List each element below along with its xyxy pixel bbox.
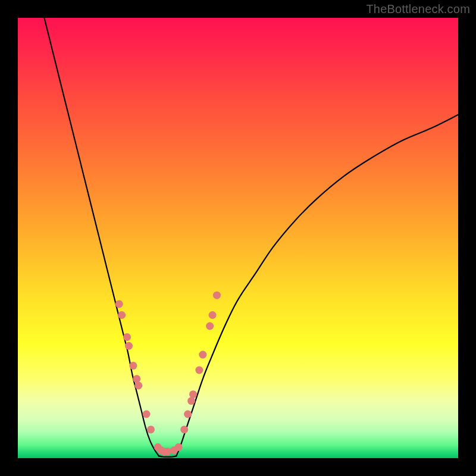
marker-dot bbox=[187, 397, 195, 405]
marker-dot bbox=[184, 411, 192, 418]
chart-frame: TheBottleneck.com bbox=[0, 0, 476, 476]
chart-svg bbox=[18, 18, 458, 458]
marker-dot bbox=[213, 292, 221, 299]
marker-dot bbox=[134, 381, 142, 389]
marker-dot bbox=[147, 425, 155, 433]
left-curve bbox=[44, 18, 158, 456]
marker-dot bbox=[195, 367, 203, 374]
marker-dot bbox=[118, 311, 126, 319]
marker-dot bbox=[206, 322, 214, 330]
marker-dot bbox=[115, 300, 123, 308]
right-curve bbox=[176, 115, 458, 456]
marker-dot bbox=[129, 362, 137, 369]
marker-dot bbox=[143, 411, 151, 418]
marker-dot bbox=[133, 375, 140, 383]
plot-area bbox=[18, 18, 458, 458]
marker-dot bbox=[189, 390, 197, 398]
floor-curve bbox=[159, 456, 177, 457]
marker-dot bbox=[123, 333, 131, 341]
watermark-text: TheBottleneck.com bbox=[366, 2, 470, 16]
marker-dot bbox=[209, 311, 217, 319]
marker-dot bbox=[125, 342, 133, 350]
marker-dot bbox=[180, 425, 188, 433]
marker-dot bbox=[199, 351, 206, 359]
marker-dot bbox=[164, 447, 171, 455]
marker-dot bbox=[175, 443, 183, 451]
